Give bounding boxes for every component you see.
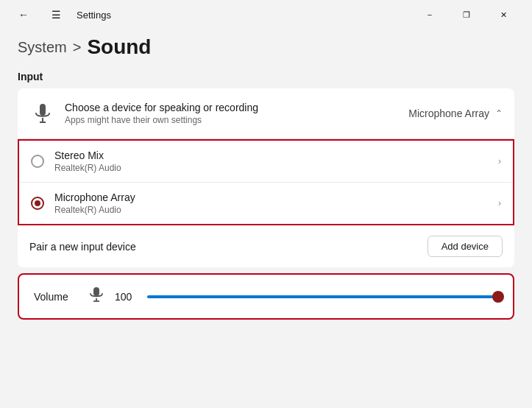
microphone-array-name: Microphone Array <box>54 191 498 203</box>
device-item-microphone-array-text: Microphone Array Realtek(R) Audio <box>54 191 498 215</box>
breadcrumb-system[interactable]: System <box>18 39 67 56</box>
pair-row: Pair a new input device Add device <box>18 225 514 267</box>
device-selector-text: Choose a device for speaking or recordin… <box>65 102 408 125</box>
device-item-stereo-mix-text: Stereo Mix Realtek(R) Audio <box>54 150 498 173</box>
maximize-button[interactable]: ❐ <box>450 3 483 27</box>
device-item-microphone-array[interactable]: Microphone Array Realtek(R) Audio › <box>19 183 513 224</box>
slider-thumb[interactable] <box>492 291 504 303</box>
device-selector-title: Choose a device for speaking or recordin… <box>65 102 408 113</box>
breadcrumb-separator: > <box>73 39 82 56</box>
stereo-mix-chevron: › <box>498 156 501 166</box>
device-selector-right: Microphone Array ⌃ <box>408 108 503 119</box>
mic-icon <box>29 100 56 127</box>
stereo-mix-sub: Realtek(R) Audio <box>54 163 498 173</box>
title-bar-left: ← ☰ Settings <box>12 3 111 27</box>
content-area: Input Choose a device for speaking or re… <box>0 71 532 320</box>
selected-device-name: Microphone Array <box>408 108 489 119</box>
volume-mic-icon <box>90 286 103 306</box>
add-device-button[interactable]: Add device <box>428 236 503 257</box>
title-bar: ← ☰ Settings − ❐ ✕ <box>0 0 532 29</box>
title-bar-controls: − ❐ ✕ <box>413 3 520 27</box>
device-list: Stereo Mix Realtek(R) Audio › Microphone… <box>18 139 514 225</box>
radio-microphone-array <box>31 197 44 210</box>
device-item-stereo-mix[interactable]: Stereo Mix Realtek(R) Audio › <box>19 141 513 183</box>
slider-fill <box>147 295 498 298</box>
volume-label: Volume <box>34 291 78 303</box>
volume-slider-container[interactable] <box>147 289 498 304</box>
hamburger-button[interactable]: ☰ <box>44 3 68 27</box>
close-button[interactable]: ✕ <box>486 3 520 27</box>
svg-rect-0 <box>40 104 46 116</box>
input-card: Choose a device for speaking or recordin… <box>18 88 514 267</box>
pair-label: Pair a new input device <box>29 241 136 253</box>
device-selector-row[interactable]: Choose a device for speaking or recordin… <box>18 88 514 139</box>
stereo-mix-name: Stereo Mix <box>54 150 498 161</box>
microphone-array-chevron: › <box>498 198 501 208</box>
volume-card: Volume 100 <box>18 273 514 320</box>
radio-inner-dot <box>35 200 40 206</box>
breadcrumb-current: Sound <box>87 35 151 59</box>
device-selector-subtitle: Apps might have their own settings <box>65 115 408 125</box>
minimize-button[interactable]: − <box>413 3 447 27</box>
chevron-up-icon: ⌃ <box>495 108 503 119</box>
volume-value: 100 <box>115 291 135 303</box>
slider-track <box>147 295 498 298</box>
title-bar-title: Settings <box>77 10 111 21</box>
back-button[interactable]: ← <box>12 3 35 27</box>
microphone-array-sub: Realtek(R) Audio <box>54 205 498 215</box>
radio-stereo-mix <box>31 155 44 168</box>
svg-rect-3 <box>93 287 99 296</box>
input-section-header: Input <box>18 71 514 82</box>
breadcrumb: System > Sound <box>0 29 532 71</box>
